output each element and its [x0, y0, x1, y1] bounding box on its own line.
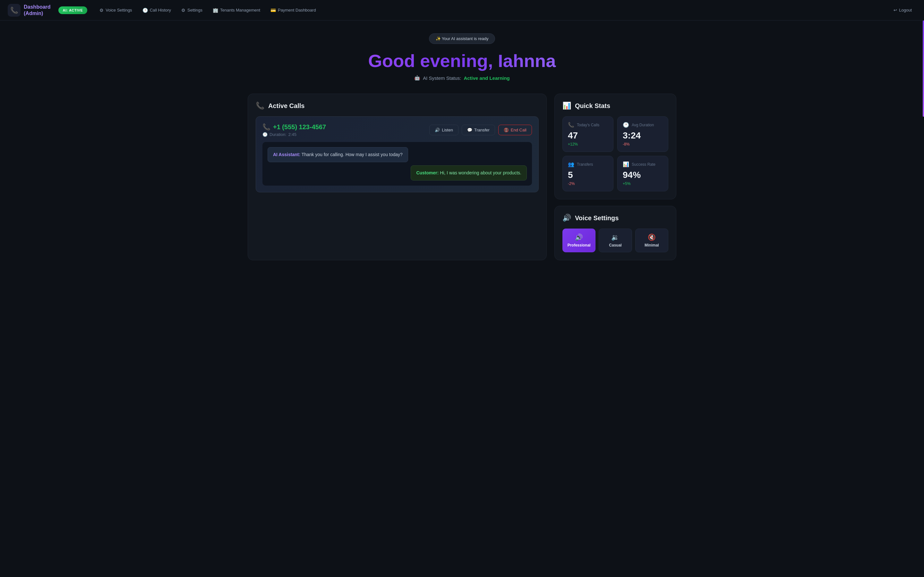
- transfer-button[interactable]: 💬 Transfer: [462, 125, 495, 135]
- voice-options: 🔊 Professional 🔉 Casual 🔇 Minimal: [562, 229, 668, 252]
- call-item-header: 📞 +1 (555) 123-4567 🕐 Duration: 2:45 🔊: [262, 123, 532, 137]
- quick-stats-title: Quick Stats: [575, 102, 610, 110]
- call-duration: 🕐 Duration: 2:45: [262, 132, 326, 137]
- stats-icon: 📊: [562, 102, 571, 110]
- message-customer: Customer: Hi, I was wondering about your…: [411, 165, 527, 181]
- conversation: AI Assistant: Thank you for calling. How…: [262, 142, 532, 185]
- gear-icon: ⚙: [99, 8, 103, 13]
- main-content: ✨ Your AI assistant is ready Good evenin…: [237, 21, 687, 271]
- ai-status-row: 🤖 AI System Status: Active and Learning: [248, 75, 676, 81]
- clock-icon: 🕐: [142, 8, 148, 13]
- nav-item-payment[interactable]: 💳 Payment Dashboard: [266, 5, 320, 15]
- voice-option-minimal[interactable]: 🔇 Minimal: [635, 229, 668, 252]
- dashboard-grid: 📞 Active Calls 📞 +1 (555) 123-4567 🕐 Dur…: [248, 93, 676, 260]
- right-column: 📊 Quick Stats 📞 Today's Calls 47 +12%: [554, 93, 676, 260]
- stat-avg-duration-value: 3:24: [623, 131, 663, 141]
- ai-ready-badge: ✨ Your AI assistant is ready: [429, 33, 495, 44]
- active-calls-card: 📞 Active Calls 📞 +1 (555) 123-4567 🕐 Dur…: [248, 93, 547, 260]
- casual-icon: 🔉: [602, 234, 628, 241]
- stat-avg-duration: 🕐 Avg Duration 3:24 -8%: [617, 116, 668, 152]
- right-accent-bar: [923, 21, 924, 117]
- casual-label: Casual: [602, 243, 628, 247]
- professional-label: Professional: [566, 243, 592, 247]
- ai-status-value: Active and Learning: [464, 75, 509, 81]
- stat-transfers-change: -2%: [568, 181, 608, 186]
- active-calls-header: 📞 Active Calls: [256, 102, 539, 110]
- stat-todays-calls: 📞 Today's Calls 47 +12%: [562, 116, 614, 152]
- minimal-icon: 🔇: [639, 234, 665, 241]
- message-ai: AI Assistant: Thank you for calling. How…: [268, 147, 408, 162]
- ai-status-icon: 🤖: [414, 75, 420, 81]
- minimal-label: Minimal: [639, 243, 665, 247]
- nav-items: ⚙ Voice Settings 🕐 Call History ⚙ Settin…: [95, 5, 887, 15]
- stats-grid: 📞 Today's Calls 47 +12% 🕐 Avg Duration 3…: [562, 116, 668, 191]
- nav-item-call-history[interactable]: 🕐 Call History: [138, 5, 176, 15]
- logout-icon: ↩: [893, 8, 897, 13]
- phone-icon-green: 📞: [262, 123, 270, 131]
- stat-avg-duration-change: -8%: [623, 142, 663, 147]
- voice-settings-title: Voice Settings: [575, 214, 619, 222]
- stat-todays-calls-value: 47: [568, 131, 608, 141]
- transfers-icon: 👥: [568, 161, 574, 167]
- end-call-button[interactable]: 📵 End Call: [498, 125, 532, 135]
- transfer-icon: 💬: [467, 127, 472, 132]
- calls-icon: 📞: [568, 122, 574, 128]
- ai-status-label: AI System Status:: [423, 75, 461, 81]
- quick-stats-header: 📊 Quick Stats: [562, 102, 668, 110]
- nav-item-tenants[interactable]: 🏢 Tenants Management: [208, 5, 265, 15]
- stat-todays-calls-change: +12%: [568, 142, 608, 147]
- voice-icon: 🔊: [562, 214, 571, 222]
- voice-settings-header: 🔊 Voice Settings: [562, 214, 668, 222]
- listen-icon: 🔊: [435, 127, 440, 132]
- logo-area: 📞 Dashboard (Admin): [8, 4, 51, 17]
- voice-option-casual[interactable]: 🔉 Casual: [599, 229, 632, 252]
- call-info: 📞 +1 (555) 123-4567 🕐 Duration: 2:45: [262, 123, 326, 137]
- phone-icon: 📞: [256, 102, 264, 110]
- logout-button[interactable]: ↩ Logout: [889, 5, 916, 15]
- navbar: 📞 Dashboard (Admin) AI: ACTIVE ⚙ Voice S…: [0, 0, 924, 21]
- logo-icon: 📞: [8, 4, 21, 17]
- success-icon: 📊: [623, 161, 629, 167]
- stat-success-rate-change: +5%: [623, 181, 663, 186]
- hero-section: ✨ Your AI assistant is ready Good evenin…: [248, 33, 676, 81]
- end-call-icon: 📵: [504, 127, 509, 132]
- professional-icon: 🔊: [566, 234, 592, 241]
- call-item: 📞 +1 (555) 123-4567 🕐 Duration: 2:45 🔊: [256, 116, 539, 192]
- tenants-icon: 🏢: [213, 8, 218, 13]
- payment-icon: 💳: [270, 8, 276, 13]
- stat-transfers-value: 5: [568, 170, 608, 180]
- listen-button[interactable]: 🔊 Listen: [429, 125, 459, 135]
- call-actions: 🔊 Listen 💬 Transfer 📵 End Call: [429, 125, 532, 135]
- clock-icon-small: 🕐: [262, 132, 268, 137]
- greeting-heading: Good evening, Iahnna: [248, 50, 676, 71]
- logo-text: Dashboard (Admin): [24, 4, 51, 16]
- phone-number: 📞 +1 (555) 123-4567: [262, 123, 326, 131]
- active-calls-title: Active Calls: [268, 102, 304, 110]
- clock-stat-icon: 🕐: [623, 122, 629, 128]
- voice-settings-card: 🔊 Voice Settings 🔊 Professional 🔉 Casual…: [554, 206, 676, 260]
- settings-icon: ⚙: [181, 8, 186, 13]
- ai-active-badge: AI: ACTIVE: [58, 6, 87, 14]
- nav-item-voice-settings[interactable]: ⚙ Voice Settings: [95, 5, 136, 15]
- stat-success-rate-value: 94%: [623, 170, 663, 180]
- quick-stats-card: 📊 Quick Stats 📞 Today's Calls 47 +12%: [554, 93, 676, 199]
- voice-option-professional[interactable]: 🔊 Professional: [562, 229, 596, 252]
- stat-transfers: 👥 Transfers 5 -2%: [562, 156, 614, 191]
- nav-item-settings[interactable]: ⚙ Settings: [177, 5, 207, 15]
- stat-success-rate: 📊 Success Rate 94% +5%: [617, 156, 668, 191]
